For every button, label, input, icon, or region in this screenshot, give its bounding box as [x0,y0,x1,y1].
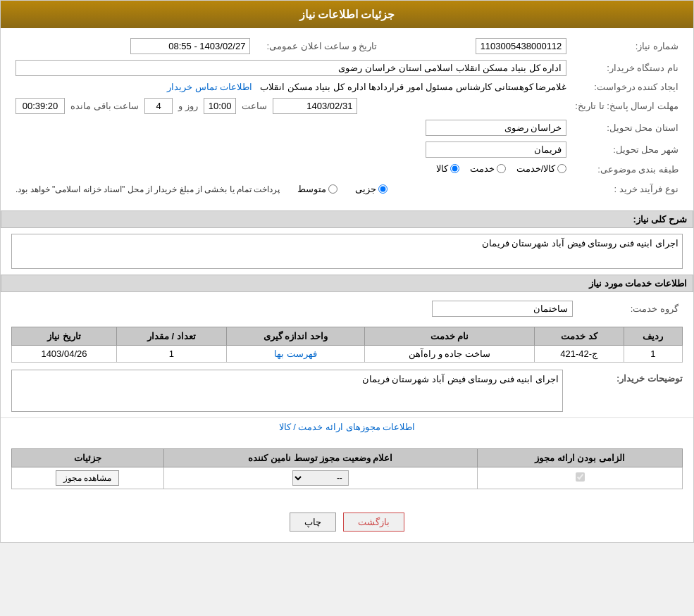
saat-label: ساعت [242,101,267,111]
back-button[interactable]: بازگشت [343,513,404,532]
cell-tedad: 1 [116,346,226,363]
tarikh-elan-value: 1403/02/27 - 08:55 [130,38,250,54]
footer-buttons: بازگشت چاپ [1,502,693,542]
mohlat-date-value: 1403/02/31 [273,98,357,114]
elzami-checkbox [576,472,585,482]
radio-kala-item[interactable]: کالا [436,163,459,174]
page-title: جزئیات اطلاعات نیاز [1,1,693,28]
shomare-niaz-value: 1103005438000112 [476,38,567,54]
ijaad-konande-label: ایجاد کننده درخواست: [571,79,683,95]
tarikh-elan-label: تاریخ و ساعت اعلان عمومی: [254,35,381,57]
radio-motavasset-label: متوسط [297,184,326,194]
view-mojooze-button[interactable]: مشاهده مجوز [56,470,119,486]
shahr-tahvil-value: فریمان [426,142,566,158]
tabaghe-bandi-label: طبقه بندی موضوعی: [571,161,683,178]
joziyat-cell: مشاهده مجوز [12,467,164,489]
contact-info-link[interactable]: اطلاعات تماس خریدار [167,82,252,92]
cell-nam-khedmat: ساخت جاده و راه‌آهن [364,346,534,363]
khadamat-header: اطلاعات خدمات مورد نیاز [1,275,693,292]
radio-khedmat-item[interactable]: خدمت [470,163,506,174]
saat-value: 10:00 [204,98,237,114]
col-elaaam: اعلام وضعیت مجوز توسط نامین کننده [163,449,478,467]
table-row: 1 ج-42-421 ساخت جاده و راه‌آهن فهرست بها… [12,346,683,363]
col-kod-khedmat: کد خدمت [534,327,624,346]
mohlat-label: مهلت ارسال پاسخ: تا تاریخ: [571,95,683,117]
elaaam-dropdown[interactable]: -- [292,470,349,486]
toszihat-value: اجرای ابنیه فنی روستای فیض آباد شهرستان … [11,370,563,412]
col-tarikh: تاریخ نیاز [12,327,117,346]
radio-kala-label: کالا [436,163,448,174]
radio-motavasset[interactable] [328,184,337,194]
radio-khedmat-label: خدمت [470,163,495,174]
toszihat-label: توضیحات خریدار: [570,370,683,384]
mojooze-link[interactable]: اطلاعات مجوزهای ارائه خدمت / کالا [279,422,416,432]
col-nam-khedmat: نام خدمت [364,327,534,346]
sharh-koli-value: اجرای ابنیه فنی روستای فیض آباد شهرستان … [11,234,683,269]
rooz-label: روز و [178,101,198,111]
ostan-tahvil-label: استان محل تحویل: [571,117,683,139]
cell-tarikh: 1403/04/26 [12,346,117,363]
radio-kala-khedmat-item[interactable]: کالا/خدمت [516,163,567,174]
noe-farayand-label: نوع فرآیند خرید : [571,178,683,200]
ostan-tahvil-value: خراسان رضوی [426,120,566,136]
nam-dastgah-value: اداره کل بنیاد مسکن انقلاب اسلامی استان … [16,60,566,76]
baghi-mande-label: ساعت باقی مانده [70,101,139,111]
shomare-niaz-label: شماره نیاز: [571,35,683,57]
cell-vahed-andaze[interactable]: فهرست بها [226,346,364,363]
radio-kala-khedmat[interactable] [557,164,566,173]
nam-dastgah-label: نام دستگاه خریدار: [571,57,683,79]
radio-khedmat[interactable] [497,164,506,173]
radio-jozvi[interactable] [378,184,388,194]
sharh-koli-header: شرح کلی نیاز: [1,210,693,228]
grohe-khedmat-value: ساختمان [432,301,573,317]
print-button[interactable]: چاپ [290,513,336,532]
elaaam-cell: -- [163,467,478,489]
radio-kala-khedmat-label: کالا/خدمت [516,163,556,174]
ijaad-konande-value: غلامرضا کوهستانی کارشناس مسئول امور قرار… [260,82,566,92]
grohe-khedmat-label: گروه خدمت: [577,298,683,320]
col-radif: ردیف [624,327,682,346]
cell-kod-khedmat: ج-42-421 [534,346,624,363]
elzami-checkbox-cell [478,467,683,489]
cell-radif: 1 [624,346,682,363]
radio-motavasset-item[interactable]: متوسط [297,184,337,194]
purchase-type-desc: پرداخت تمام یا بخشی از مبلغ خریدار از مح… [16,184,280,194]
radio-jozvi-item[interactable]: جزیی [355,184,388,194]
col-joziyat: جزئیات [12,449,164,467]
col-elzami: الزامی بودن ارائه مجوز [478,449,683,467]
shahr-tahvil-label: شهر محل تحویل: [571,139,683,161]
rooz-value: 4 [144,98,173,114]
col-tedad: تعداد / مقدار [116,327,226,346]
col-vahed-andaze: واحد اندازه گیری [226,327,364,346]
radio-kala[interactable] [450,164,459,173]
timer-value: 00:39:20 [16,98,65,114]
license-row: -- مشاهده مجوز [12,467,683,489]
radio-jozvi-label: جزیی [355,184,376,194]
